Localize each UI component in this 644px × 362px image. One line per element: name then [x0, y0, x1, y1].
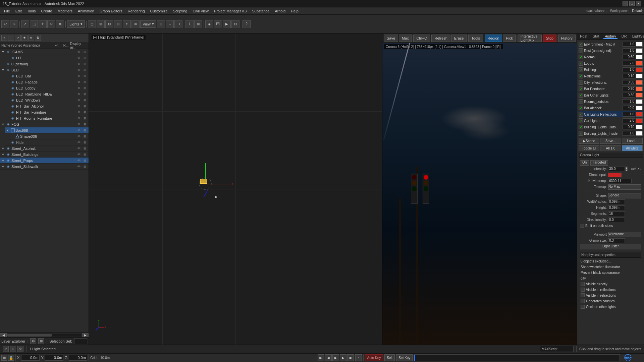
layer-sort-button[interactable]: ⇅ — [35, 35, 41, 41]
toolbar-btn-7[interactable]: ⊞ — [157, 20, 165, 28]
vis-icon[interactable]: 👁 — [76, 104, 82, 109]
tab-post[interactable]: Post — [579, 34, 589, 39]
all-white-button[interactable]: All white — [622, 145, 643, 151]
render-icon[interactable]: ⊞ — [82, 104, 88, 109]
toolbar-btn-6[interactable]: ⊕ — [131, 20, 140, 28]
layer-item-lit[interactable]: ◈ LIT 👁 ⊞ — [5, 55, 89, 61]
lights-dropdown[interactable]: Lights ▾ — [67, 20, 85, 28]
render-icon[interactable]: ⊞ — [82, 74, 88, 78]
align-button[interactable]: ⊣ — [174, 20, 182, 28]
menu-help[interactable]: Help — [288, 8, 301, 14]
menu-file[interactable]: File — [1, 8, 13, 14]
lm-check-reflections[interactable]: ✓ — [579, 74, 583, 78]
layer-scrollbar-h[interactable]: ◀ ▶ — [0, 333, 89, 337]
layer-item-fog[interactable]: ▼ ◈ FOG 👁 ⊞ — [0, 121, 89, 127]
lock-btn[interactable]: 🔒 — [8, 355, 14, 361]
height-value[interactable]: 0.097m — [608, 205, 625, 210]
tab-lightselect[interactable]: LightSelect — [631, 34, 644, 39]
select-region-button[interactable]: ⬚ — [30, 20, 38, 28]
layer-delete-button[interactable]: − — [8, 35, 14, 41]
lm-color-bar-alcohol[interactable] — [636, 106, 643, 110]
selection-set-input[interactable] — [74, 338, 87, 344]
layer-item-shape006[interactable]: Shape006 👁 ⊞ — [9, 133, 89, 139]
tab-dr[interactable]: DR — [620, 34, 628, 39]
lm-check-rooms-bedside[interactable]: ✓ — [579, 99, 583, 104]
intensity-spinner[interactable]: 30.0 ▲ ▼ — [608, 167, 628, 171]
layer-hide-button[interactable]: 👁 — [21, 35, 28, 41]
material-editor-button[interactable]: ◈ — [205, 20, 213, 28]
menu-civil-view[interactable]: Civil View — [190, 8, 211, 14]
light-lister-button[interactable]: Light Lister — [580, 244, 641, 249]
caustics-check[interactable] — [581, 299, 585, 303]
visible-directly-check[interactable] — [581, 282, 585, 286]
scale-button[interactable]: ⊠ — [56, 20, 64, 28]
visible-reflections-check[interactable] — [581, 288, 585, 292]
layer-item-hide[interactable]: ◈ Hide 👁 ⊞ — [5, 139, 89, 145]
lm-check-car-lights[interactable]: ✓ — [579, 118, 583, 123]
menu-rendering[interactable]: Rendering — [125, 8, 148, 14]
render-icon[interactable]: ⊞ — [82, 116, 88, 121]
timeline-scrubber[interactable] — [414, 354, 620, 361]
menu-scripting[interactable]: Scripting — [170, 8, 190, 14]
direct-input-color[interactable] — [608, 173, 622, 177]
toolbar-btn-4[interactable]: ⊟ — [114, 20, 122, 28]
region-button[interactable]: Region — [485, 35, 502, 42]
coord-dropdown[interactable]: ⊞ — [1, 355, 7, 361]
render-icon[interactable]: ⊞ — [82, 80, 88, 84]
directionality-value[interactable]: 0.0 — [608, 218, 625, 222]
vis-icon[interactable]: 👁 — [76, 56, 82, 60]
add-time-btn[interactable]: + — [355, 354, 362, 361]
lm-value-environment[interactable]: 1,0 — [623, 42, 635, 47]
menu-create[interactable]: Create — [38, 8, 55, 14]
stop-button[interactable]: Stop — [543, 35, 557, 42]
max-button[interactable]: Max — [399, 35, 412, 42]
save-render-button[interactable]: Save — [384, 35, 398, 42]
viewport-render[interactable]: Save Max Ctrl+C Refresh Erase — [382, 34, 577, 345]
maximize-button[interactable]: □ — [629, 1, 635, 6]
lm-value-rooms[interactable]: 0,60 — [623, 55, 635, 59]
shape-dropdown[interactable]: Sphere — [608, 193, 641, 198]
kelvin-value[interactable]: 6300.11 — [608, 179, 632, 183]
layer-item-street-sidewalk[interactable]: ▼ ◈ Street_Sidewalk 👁 ⊞ — [0, 164, 89, 170]
render-icon[interactable]: ⊞ — [82, 110, 88, 115]
vis-icon[interactable]: 👁 — [76, 146, 82, 151]
lm-value-building[interactable]: 1,0 — [623, 67, 635, 72]
render-icon[interactable]: ⊞ — [82, 92, 88, 97]
lm-check-building-lights-outside[interactable]: ✓ — [579, 125, 583, 129]
gizmo-value[interactable]: 0.3 — [608, 238, 625, 243]
lm-color-rooms-bedside[interactable] — [636, 99, 643, 104]
layer-item-fit-bar-alcohol[interactable]: ◈ FIT_Bar_Alcohol 👁 ⊞ — [5, 103, 89, 109]
refresh-button[interactable]: Refresh — [431, 35, 450, 42]
lm-value-lobby[interactable]: 2,0 — [623, 61, 635, 66]
vis-icon[interactable]: 👁 — [76, 86, 82, 90]
toggle-all-button[interactable]: Toggle all — [579, 145, 599, 151]
vis-icon[interactable]: 👁 — [76, 68, 82, 72]
vis-icon[interactable]: 👁 — [76, 158, 82, 163]
lm-color-building-lights-outside[interactable] — [636, 125, 643, 129]
lm-value-reflections[interactable]: 0,10 — [623, 74, 635, 78]
layer-item-cams[interactable]: ▼ ◈ .CAMS 👁 ⊞ — [0, 49, 89, 55]
lm-color-rest[interactable] — [636, 48, 643, 53]
z-input[interactable] — [69, 355, 87, 361]
vis-icon[interactable]: 👁 — [76, 74, 82, 78]
all-1-button[interactable]: All 1.0 — [600, 145, 621, 151]
tools-button[interactable]: Tools — [468, 35, 483, 42]
undo-button[interactable]: ↩ — [1, 20, 9, 28]
erase-button[interactable]: Erase — [451, 35, 467, 42]
vis-icon[interactable]: 👁 — [76, 152, 82, 157]
viewport-wireframe[interactable]: [+] [Top] [Standard] [Wireframe] — [89, 34, 382, 345]
layer-item-bld-railclone[interactable]: ◈ BLD_RailClone_HIDE 👁 ⊞ — [5, 91, 89, 97]
render-icon[interactable]: ⊞ — [82, 128, 88, 133]
render-icon[interactable]: ⊞ — [82, 62, 88, 66]
customize-btn[interactable]: ⚙ — [17, 346, 23, 352]
menu-graph-editors[interactable]: Graph Editors — [97, 8, 125, 14]
y-input[interactable] — [45, 355, 63, 361]
lm-check-rest[interactable]: ✓ — [579, 48, 583, 53]
layer-item-street-buildings[interactable]: ▼ ◈ Street_Buildings 👁 ⊞ — [0, 152, 89, 158]
render-icon[interactable]: ⊞ — [82, 158, 88, 163]
menu-edit[interactable]: Edit — [13, 8, 24, 14]
intensity-up[interactable]: ▲ — [625, 167, 628, 169]
maxscript-input[interactable]: MAXScript — [540, 346, 574, 352]
lm-value-bar-other[interactable]: 0,30 — [623, 93, 635, 98]
menu-substance[interactable]: Substance — [249, 8, 272, 14]
